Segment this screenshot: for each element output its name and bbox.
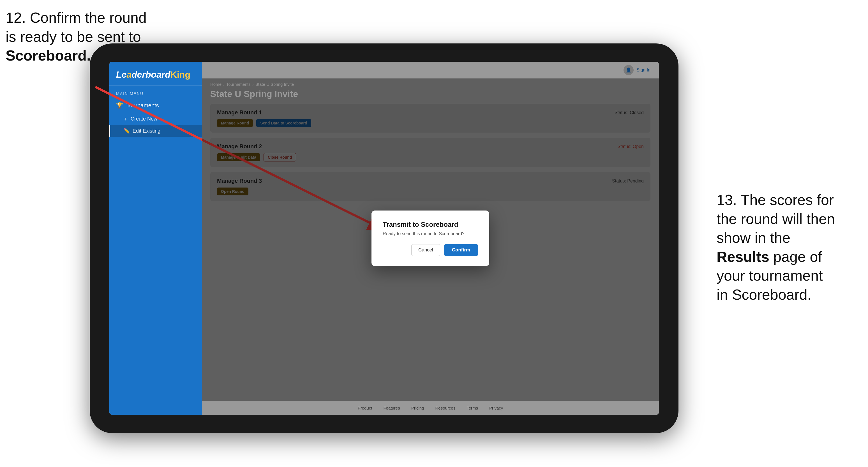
tablet-screen: LeaderboardKing MAIN MENU 🏆 Tournaments … [109,62,659,415]
plus-icon: ＋ [123,116,128,122]
modal-title: Transmit to Scoreboard [383,221,478,228]
create-new-label: Create New [131,116,157,122]
sidebar-logo: LeaderboardKing [109,62,202,86]
edit-icon: ✏️ [124,128,130,134]
cancel-button[interactable]: Cancel [411,244,440,256]
sidebar-tournaments-label: Tournaments [126,102,159,109]
sidebar-item-create-new[interactable]: ＋ Create New [109,113,202,125]
modal-subtitle: Ready to send this round to Scoreboard? [383,231,478,236]
annotation-right: 13. The scores forthe round will thensho… [717,191,862,304]
main-menu-label: MAIN MENU [109,86,202,98]
sidebar-item-tournaments[interactable]: 🏆 Tournaments [109,98,202,113]
sidebar-item-edit-existing[interactable]: ✏️ Edit Existing [109,125,202,137]
modal-overlay: Transmit to Scoreboard Ready to send thi… [202,62,659,415]
annotation-top: 12. Confirm the round is ready to be sen… [6,8,147,65]
transmit-modal: Transmit to Scoreboard Ready to send thi… [371,211,489,266]
confirm-button[interactable]: Confirm [444,244,478,256]
sidebar: LeaderboardKing MAIN MENU 🏆 Tournaments … [109,62,202,415]
edit-existing-label: Edit Existing [133,128,160,134]
modal-buttons: Cancel Confirm [383,244,478,256]
main-content: 👤 Sign In Home › Tournaments › State U S… [202,62,659,415]
tablet-frame: LeaderboardKing MAIN MENU 🏆 Tournaments … [90,43,679,433]
trophy-icon: 🏆 [116,102,123,109]
